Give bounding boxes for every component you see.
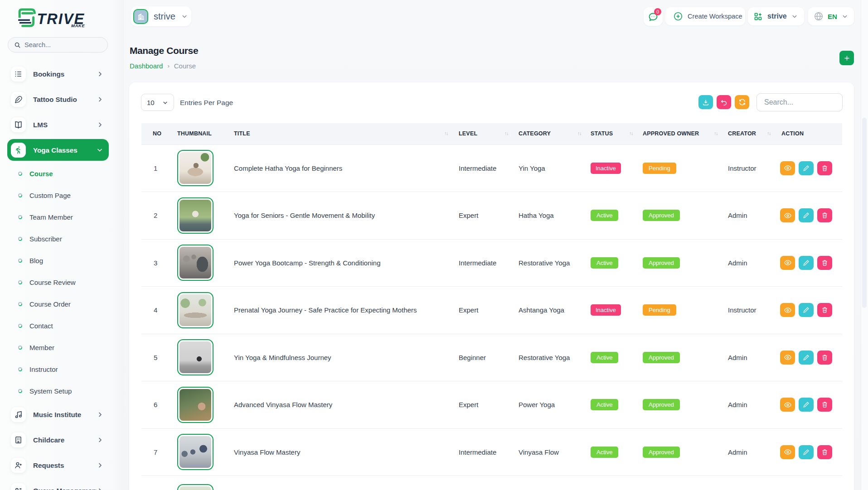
svg-text:MAKE: MAKE <box>71 23 85 28</box>
